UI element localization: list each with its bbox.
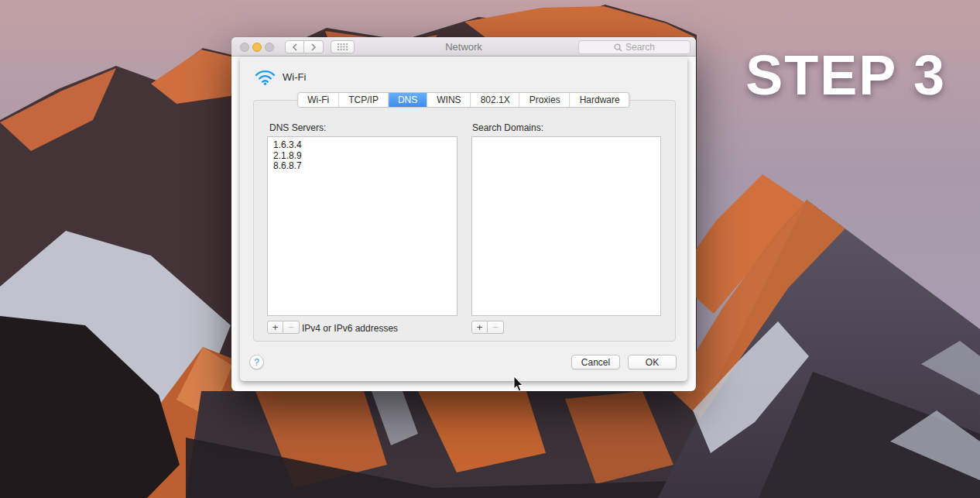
step-overlay-text: STEP 3 <box>745 43 946 107</box>
search-domains-label: Search Domains: <box>472 122 543 133</box>
connection-name: Wi-Fi <box>283 71 306 83</box>
domains-add-button[interactable]: + <box>471 321 488 334</box>
tab-strip: Wi-Fi TCP/IP DNS WINS 802.1X Proxies Har… <box>297 92 629 108</box>
mouse-cursor <box>513 376 524 392</box>
dns-add-remove-group: + − <box>267 321 300 334</box>
dns-server-item[interactable]: 8.6.8.7 <box>273 161 457 172</box>
search-domains-list[interactable] <box>471 136 661 316</box>
tab-wins[interactable]: WINS <box>427 93 471 107</box>
search-input[interactable]: Search <box>578 40 690 54</box>
dns-servers-label: DNS Servers: <box>269 122 326 133</box>
tab-hardware[interactable]: Hardware <box>571 93 629 107</box>
dns-remove-button[interactable]: − <box>283 321 300 334</box>
dns-hint-text: IPv4 or IPv6 addresses <box>302 323 398 334</box>
help-button[interactable]: ? <box>249 355 264 369</box>
tab-wifi[interactable]: Wi-Fi <box>298 93 339 107</box>
tab-8021x[interactable]: 802.1X <box>471 93 520 107</box>
dns-server-item[interactable]: 1.6.3.4 <box>273 140 457 151</box>
dns-server-item[interactable]: 2.1.8.9 <box>273 151 457 162</box>
tab-dns[interactable]: DNS <box>389 93 427 107</box>
connection-header: Wi-Fi <box>255 69 306 85</box>
dns-servers-list[interactable]: 1.6.3.4 2.1.8.9 8.6.8.7 <box>267 136 457 316</box>
search-icon <box>614 43 622 52</box>
tab-proxies[interactable]: Proxies <box>520 93 571 107</box>
advanced-sheet: Wi-Fi Wi-Fi TCP/IP DNS WINS 802.1X Proxi… <box>240 57 687 381</box>
tab-tcpip[interactable]: TCP/IP <box>339 93 389 107</box>
network-preferences-window: Network Search Wi-Fi Wi-Fi TCP/IP DNS W <box>231 37 696 391</box>
dns-add-button[interactable]: + <box>267 321 283 334</box>
cancel-button[interactable]: Cancel <box>571 355 620 369</box>
search-placeholder: Search <box>625 42 655 53</box>
wifi-icon <box>255 69 276 85</box>
domains-remove-button[interactable]: − <box>488 321 504 334</box>
domains-add-remove-group: + − <box>471 321 504 334</box>
titlebar[interactable]: Network Search <box>231 37 696 57</box>
ok-button[interactable]: OK <box>628 355 677 369</box>
